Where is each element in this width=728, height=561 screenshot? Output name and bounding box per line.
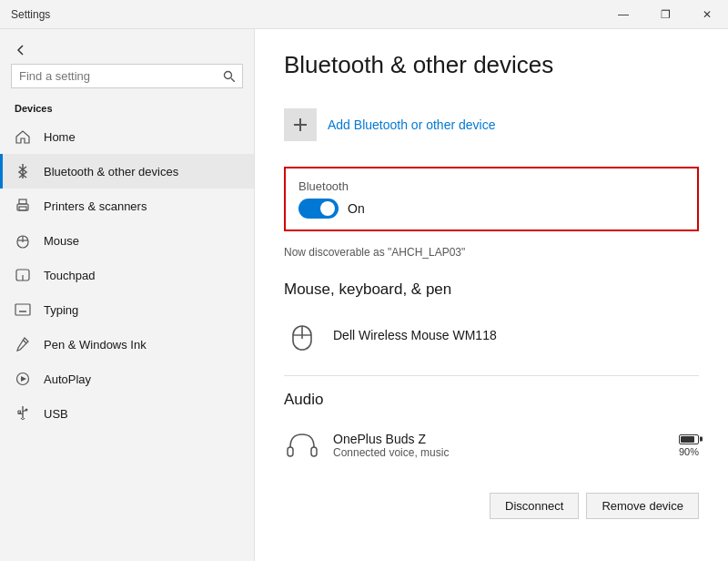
typing-icon [15,301,31,318]
sidebar-item-mouse[interactable]: Mouse [0,223,254,258]
svg-rect-30 [288,447,293,456]
mouse-category-heading: Mouse, keyboard, & pen [284,280,699,299]
back-button[interactable] [0,36,254,64]
sidebar-item-touchpad-label: Touchpad [44,269,95,282]
search-box[interactable] [11,64,243,88]
svg-rect-11 [15,304,30,315]
add-device-label: Add Bluetooth or other device [328,117,495,132]
minimize-button[interactable]: — [602,0,644,29]
add-device-button[interactable]: Add Bluetooth or other device [284,101,699,148]
titlebar: Settings — ❐ ✕ [0,0,728,29]
mouse-device-item: Dell Wireless Mouse WM118 [284,310,699,361]
usb-icon [15,405,31,422]
maximize-button[interactable]: ❐ [644,0,686,29]
bluetooth-toggle[interactable] [298,199,339,219]
svg-line-17 [23,340,26,343]
sidebar-item-home-label: Home [44,130,76,144]
sidebar-item-autoplay[interactable]: AutoPlay [0,362,254,396]
discoverable-text: Now discoverable as "AHCH_LAP03" [284,246,699,259]
titlebar-title: Settings [11,8,50,21]
mouse-icon [15,232,31,249]
sidebar: Devices Home Bluetooth & other devices P… [0,29,255,561]
sidebar-item-bluetooth[interactable]: Bluetooth & other devices [0,154,254,189]
toggle-knob [320,201,335,216]
sidebar-item-bluetooth-label: Bluetooth & other devices [44,165,178,178]
pen-icon [15,336,31,352]
headphone-icon [284,427,320,464]
page-title: Bluetooth & other devices [284,51,699,79]
sidebar-item-printers-label: Printers & scanners [44,199,147,213]
bluetooth-section: Bluetooth On [284,167,699,231]
bluetooth-label: Bluetooth [298,179,684,193]
audio-category-heading: Audio [284,391,699,409]
search-input[interactable] [19,69,217,83]
close-button[interactable]: ✕ [686,0,728,29]
autoplay-icon [15,371,31,387]
battery-icon [679,434,699,444]
sidebar-item-usb[interactable]: USB [0,396,254,431]
sidebar-item-pen-label: Pen & Windows Ink [44,338,147,352]
svg-rect-5 [19,207,26,210]
sidebar-section-label: Devices [0,99,254,119]
mouse-device-name: Dell Wireless Mouse WM118 [333,328,699,342]
sidebar-item-usb-label: USB [44,407,68,421]
content-area: Bluetooth & other devices Add Bluetooth … [255,29,728,561]
sidebar-item-pen[interactable]: Pen & Windows Ink [0,327,254,362]
audio-device-item: OnePlus Buds Z Connected voice, music 90… [284,420,699,471]
svg-point-22 [25,409,28,412]
audio-device-name: OnePlus Buds Z [333,432,666,446]
main-layout: Devices Home Bluetooth & other devices P… [0,29,728,561]
back-icon [15,44,27,56]
sidebar-item-autoplay-label: AutoPlay [44,372,91,386]
svg-marker-19 [21,376,26,382]
toggle-state-label: On [348,201,365,216]
remove-device-button[interactable]: Remove device [586,493,699,519]
toggle-row: On [298,199,684,219]
audio-device-status: Connected voice, music [333,446,666,459]
disconnect-button[interactable]: Disconnect [490,493,579,519]
action-buttons: Disconnect Remove device [284,485,699,519]
battery-percent: 90% [679,446,699,457]
battery-indicator: 90% [679,434,699,457]
mouse-device-info: Dell Wireless Mouse WM118 [333,328,699,342]
divider [284,375,699,376]
titlebar-controls: — ❐ ✕ [602,0,728,29]
audio-device-info: OnePlus Buds Z Connected voice, music [333,432,666,459]
svg-point-0 [225,72,232,79]
sidebar-item-typing-label: Typing [44,303,78,317]
svg-rect-31 [311,447,317,456]
sidebar-item-printers[interactable]: Printers & scanners [0,189,254,223]
svg-line-1 [231,78,235,82]
svg-rect-4 [19,199,26,204]
sidebar-item-mouse-label: Mouse [44,234,79,248]
add-device-icon [284,108,317,141]
sidebar-item-typing[interactable]: Typing [0,292,254,327]
bluetooth-icon [15,163,31,179]
home-icon [15,128,31,145]
sidebar-item-home[interactable]: Home [0,119,254,154]
printer-icon [15,198,31,214]
mouse-device-icon [284,317,320,353]
touchpad-icon [15,267,31,283]
sidebar-item-touchpad[interactable]: Touchpad [0,258,254,292]
search-icon [223,70,235,82]
